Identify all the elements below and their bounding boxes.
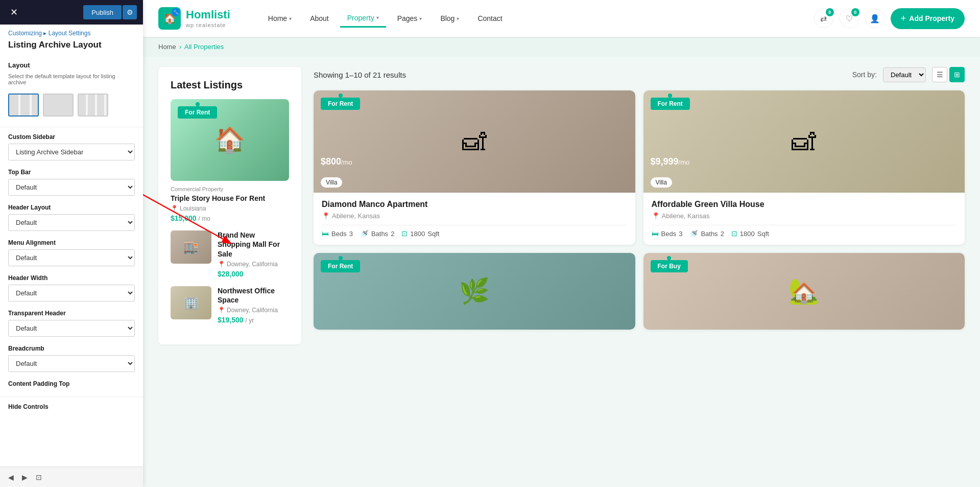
results-count: Showing 1–10 of 21 results <box>314 71 406 79</box>
logo-text: Homlisti wp realestate <box>186 8 230 29</box>
card-body-1: Diamond Manco Apartment 📍 Abilene, Kansa… <box>314 193 635 245</box>
sort-select[interactable]: Default <box>883 67 926 82</box>
card-image-4: 🏡 For Buy <box>643 253 965 330</box>
card-badge-2: For Rent <box>651 98 690 110</box>
wishlist-button[interactable]: ♡ 0 <box>840 9 859 28</box>
card-image-3: 🌿 For Rent <box>314 253 635 330</box>
panel-bottom-back-button[interactable]: ◀ <box>6 471 16 483</box>
breadcrumb-home-link[interactable]: Home <box>158 43 176 51</box>
layout-option-2col[interactable] <box>8 94 39 117</box>
breadcrumb-arrow: › <box>179 43 181 51</box>
card-img-placeholder-3: 🌿 <box>314 253 635 330</box>
property-card: 🏡 For Buy <box>643 253 965 330</box>
card-image-2: 🛋 For Rent $9,999/mo Villa <box>643 90 965 193</box>
logo-icon: 🏠 🔧 <box>158 7 181 30</box>
nav-property[interactable]: Property ▾ <box>340 10 386 28</box>
area-icon-2: ⊡ <box>731 229 737 238</box>
breadcrumb-customizing[interactable]: Customizing <box>8 30 42 37</box>
layout-section-label: Layout <box>0 56 143 72</box>
user-button[interactable]: 👤 <box>865 9 885 28</box>
nav-blog[interactable]: Blog ▾ <box>433 10 466 27</box>
breadcrumb-current: All Properties <box>184 43 224 51</box>
pin-icon-1: 📍 <box>218 261 225 268</box>
card-image-1: 🛋 For Rent $800/mo Villa <box>314 90 635 193</box>
list-view-button[interactable]: ☰ <box>932 67 947 82</box>
featured-name[interactable]: Triple Story House For Rent <box>171 194 289 203</box>
card-title-1[interactable]: Diamond Manco Apartment <box>322 200 627 209</box>
wishlist-badge: 0 <box>851 8 859 16</box>
publish-button[interactable]: Publish <box>83 5 122 19</box>
logo-name: Homlisti <box>186 8 230 21</box>
heart-icon: ♡ <box>846 14 853 24</box>
list-item: 🏢 Northwest Office Space 📍 Downey, Calif… <box>171 286 289 324</box>
card-price-overlay-2: $9,999/mo <box>651 156 690 167</box>
nav-about[interactable]: About <box>303 10 336 27</box>
layout-option-3col[interactable] <box>78 94 108 117</box>
breadcrumb-bar: Home › All Properties <box>143 37 980 57</box>
header-layout-label: Header Layout <box>8 204 135 211</box>
card-divider-1 <box>322 225 627 225</box>
feature-sqft-2: ⊡ 1800 Sqft <box>731 229 769 238</box>
nav-home[interactable]: Home ▾ <box>261 10 299 27</box>
property-grid: 🛋 For Rent $800/mo Villa Diamond Manco A… <box>314 90 965 330</box>
site-header: 🏠 🔧 Homlisti wp realestate Home ▾ About … <box>143 0 980 37</box>
add-property-button[interactable]: + Add Property <box>891 8 965 29</box>
breadcrumb: Home › All Properties <box>158 43 965 51</box>
listing-price-2: $19,500 / yr <box>218 316 289 324</box>
top-bar-select[interactable]: Default <box>8 179 135 196</box>
featured-badge: For Rent <box>178 106 217 119</box>
feature-baths-2: 🚿 Baths 2 <box>689 229 724 238</box>
panel-bottom-bar: ◀ ▶ ⊡ <box>0 467 143 487</box>
header-layout-select[interactable]: Default <box>8 214 135 231</box>
nav-property-chevron: ▾ <box>376 15 379 20</box>
header-width-select[interactable]: Default <box>8 285 135 302</box>
breadcrumb-layout-settings[interactable]: Layout Settings <box>49 30 91 37</box>
menu-alignment-label: Menu Alignment <box>8 239 135 246</box>
category-pill-1: Villa <box>321 177 342 188</box>
user-icon: 👤 <box>870 14 880 24</box>
compare-icon: ⇄ <box>820 14 827 24</box>
grid-view-button[interactable]: ⊞ <box>949 67 965 82</box>
customizer-panel: ✕ Publish ⚙ Customizing ▸ Layout Setting… <box>0 0 143 487</box>
panel-gear-button[interactable]: ⚙ <box>123 5 137 19</box>
hide-controls-label: Hide Controls <box>8 403 135 410</box>
nav-pages[interactable]: Pages ▾ <box>390 10 429 27</box>
menu-alignment-select[interactable]: Default <box>8 249 135 266</box>
content-padding-top-label: Content Padding Top <box>8 380 135 387</box>
panel-bottom-responsive-button[interactable]: ⊡ <box>34 471 44 483</box>
listing-thumb-1: 🏬 <box>171 230 211 264</box>
feature-baths-1: 🚿 Baths 2 <box>360 229 394 238</box>
card-body-2: Affordable Green Villa House 📍 Abilene, … <box>643 193 965 245</box>
main-content: 🏠 🔧 Homlisti wp realestate Home ▾ About … <box>143 0 980 487</box>
listing-name-1[interactable]: Brand New Shopping Mall For Sale <box>218 230 289 259</box>
for-rent-badge-2: For Rent <box>651 98 690 110</box>
compare-button[interactable]: ⇄ 0 <box>814 9 833 28</box>
breadcrumb-select[interactable]: Default <box>8 355 135 372</box>
transparent-header-select[interactable]: Default <box>8 320 135 337</box>
featured-location: 📍 Louisiana <box>171 205 289 212</box>
area-icon-1: ⊡ <box>401 229 408 238</box>
card-title-2[interactable]: Affordable Green Villa House <box>652 200 957 209</box>
listing-thumb-2: 🏢 <box>171 286 211 319</box>
header-actions: ⇄ 0 ♡ 0 👤 + Add Property <box>814 8 965 29</box>
card-features-1: 🛏 Beds 3 🚿 Baths 2 ⊡ 1800 Sqft <box>322 229 627 238</box>
site-nav: Home ▾ About Property ▾ Pages ▾ Blog ▾ C… <box>261 10 814 28</box>
plus-icon: + <box>901 13 906 24</box>
breadcrumb-separator: ▸ <box>43 30 46 37</box>
custom-sidebar-select[interactable]: Listing Archive Sidebar <box>8 144 135 160</box>
panel-bottom-forward-button[interactable]: ▶ <box>20 471 30 483</box>
content-area: Latest Listings 🏠 For Rent Commercial Pr… <box>143 57 980 355</box>
card-badge-4: For Buy <box>651 260 688 272</box>
publish-group: Publish ⚙ <box>83 5 137 19</box>
bed-icon-2: 🛏 <box>652 229 659 238</box>
toolbar-right: Sort by: Default ☰ ⊞ <box>852 67 965 82</box>
nav-contact[interactable]: Contact <box>470 10 509 27</box>
layout-options <box>0 89 143 125</box>
pin-icon-card-2: 📍 <box>652 212 660 220</box>
layout-option-1col[interactable] <box>43 94 74 117</box>
card-badge-3: For Rent <box>321 260 360 272</box>
listing-name-2[interactable]: Northwest Office Space <box>218 286 289 305</box>
panel-title: Listing Archive Layout <box>0 39 143 56</box>
panel-close-button[interactable]: ✕ <box>6 5 22 20</box>
widget-title: Latest Listings <box>171 79 289 91</box>
